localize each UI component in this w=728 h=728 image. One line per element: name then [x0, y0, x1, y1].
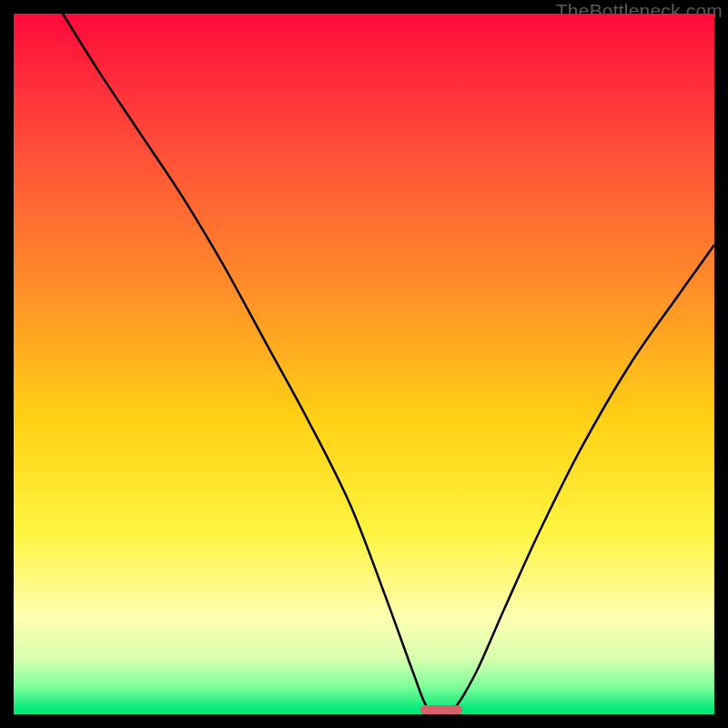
curve-path: [63, 14, 714, 714]
plot-area: [14, 14, 714, 714]
bottleneck-curve: [14, 14, 714, 714]
chart-container: TheBottleneck.com: [0, 0, 728, 728]
optimum-marker: [420, 705, 462, 714]
